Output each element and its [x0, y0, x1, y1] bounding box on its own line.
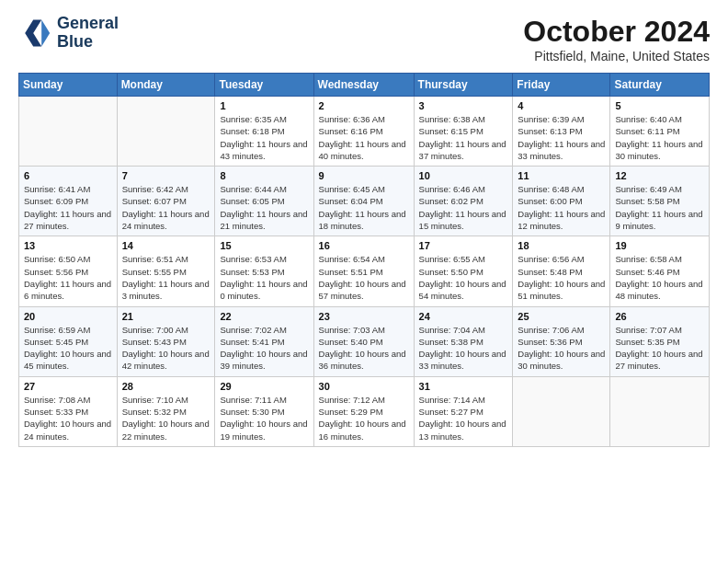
- calendar-cell: 26Sunrise: 7:07 AMSunset: 5:35 PMDayligh…: [610, 306, 710, 376]
- calendar-cell: 15Sunrise: 6:53 AMSunset: 5:53 PMDayligh…: [215, 236, 313, 306]
- calendar-cell: [610, 376, 710, 446]
- calendar-cell: 2Sunrise: 6:36 AMSunset: 6:16 PMDaylight…: [313, 97, 414, 167]
- day-number: 19: [615, 240, 704, 251]
- calendar-table: SundayMondayTuesdayWednesdayThursdayFrid…: [18, 73, 710, 447]
- day-number: 10: [419, 170, 508, 181]
- calendar-header-row: SundayMondayTuesdayWednesdayThursdayFrid…: [19, 74, 710, 97]
- day-info: Sunrise: 6:42 AMSunset: 6:07 PMDaylight:…: [122, 183, 210, 232]
- calendar-day-header: Wednesday: [313, 74, 414, 97]
- title-block: October 2024 Pittsfield, Maine, United S…: [523, 15, 710, 63]
- day-info: Sunrise: 6:58 AMSunset: 5:46 PMDaylight:…: [615, 253, 704, 302]
- day-info: Sunrise: 7:00 AMSunset: 5:43 PMDaylight:…: [122, 324, 210, 373]
- day-number: 7: [122, 170, 210, 181]
- day-number: 27: [24, 381, 112, 392]
- logo-icon: [18, 17, 51, 50]
- calendar-cell: 9Sunrise: 6:45 AMSunset: 6:04 PMDaylight…: [313, 167, 414, 236]
- calendar-week-row: 27Sunrise: 7:08 AMSunset: 5:33 PMDayligh…: [19, 376, 710, 446]
- calendar-week-row: 13Sunrise: 6:50 AMSunset: 5:56 PMDayligh…: [19, 236, 710, 306]
- calendar-cell: 10Sunrise: 6:46 AMSunset: 6:02 PMDayligh…: [414, 167, 513, 236]
- day-number: 29: [220, 381, 308, 392]
- calendar-day-header: Sunday: [19, 74, 118, 97]
- calendar-cell: 30Sunrise: 7:12 AMSunset: 5:29 PMDayligh…: [313, 376, 414, 446]
- day-info: Sunrise: 6:38 AMSunset: 6:15 PMDaylight:…: [419, 113, 508, 162]
- calendar-cell: 3Sunrise: 6:38 AMSunset: 6:15 PMDaylight…: [414, 97, 513, 167]
- day-info: Sunrise: 6:40 AMSunset: 6:11 PMDaylight:…: [615, 113, 704, 162]
- calendar-cell: 22Sunrise: 7:02 AMSunset: 5:41 PMDayligh…: [215, 306, 313, 376]
- day-info: Sunrise: 7:06 AMSunset: 5:36 PMDaylight:…: [518, 324, 605, 373]
- day-info: Sunrise: 6:48 AMSunset: 6:00 PMDaylight:…: [518, 183, 605, 232]
- day-number: 30: [319, 381, 409, 392]
- day-info: Sunrise: 7:03 AMSunset: 5:40 PMDaylight:…: [319, 324, 409, 373]
- calendar-cell: 8Sunrise: 6:44 AMSunset: 6:05 PMDaylight…: [215, 167, 313, 236]
- logo-text: General Blue: [57, 15, 119, 52]
- day-info: Sunrise: 6:46 AMSunset: 6:02 PMDaylight:…: [419, 183, 508, 232]
- day-info: Sunrise: 6:59 AMSunset: 5:45 PMDaylight:…: [24, 324, 112, 373]
- calendar-cell: 27Sunrise: 7:08 AMSunset: 5:33 PMDayligh…: [19, 376, 118, 446]
- calendar-cell: [19, 97, 118, 167]
- header: General Blue October 2024 Pittsfield, Ma…: [18, 15, 710, 63]
- day-number: 26: [615, 311, 704, 322]
- calendar-cell: 21Sunrise: 7:00 AMSunset: 5:43 PMDayligh…: [117, 306, 215, 376]
- day-number: 28: [122, 381, 210, 392]
- day-info: Sunrise: 7:11 AMSunset: 5:30 PMDaylight:…: [220, 394, 308, 442]
- day-info: Sunrise: 6:36 AMSunset: 6:16 PMDaylight:…: [319, 113, 409, 162]
- calendar-cell: 16Sunrise: 6:54 AMSunset: 5:51 PMDayligh…: [313, 236, 414, 306]
- day-info: Sunrise: 7:02 AMSunset: 5:41 PMDaylight:…: [220, 324, 308, 373]
- day-number: 14: [122, 240, 210, 251]
- day-number: 12: [615, 170, 704, 181]
- day-info: Sunrise: 6:35 AMSunset: 6:18 PMDaylight:…: [220, 113, 308, 162]
- day-number: 3: [419, 100, 508, 111]
- day-number: 22: [220, 311, 308, 322]
- calendar-cell: 31Sunrise: 7:14 AMSunset: 5:27 PMDayligh…: [414, 376, 513, 446]
- day-info: Sunrise: 6:45 AMSunset: 6:04 PMDaylight:…: [319, 183, 409, 232]
- day-number: 20: [24, 311, 112, 322]
- calendar-day-header: Monday: [117, 74, 215, 97]
- day-number: 5: [615, 100, 704, 111]
- day-number: 6: [24, 170, 112, 181]
- calendar-cell: 23Sunrise: 7:03 AMSunset: 5:40 PMDayligh…: [313, 306, 414, 376]
- calendar-cell: [117, 97, 215, 167]
- calendar-cell: 7Sunrise: 6:42 AMSunset: 6:07 PMDaylight…: [117, 167, 215, 236]
- logo: General Blue: [18, 15, 119, 52]
- calendar-cell: 12Sunrise: 6:49 AMSunset: 5:58 PMDayligh…: [610, 167, 710, 236]
- day-info: Sunrise: 6:50 AMSunset: 5:56 PMDaylight:…: [24, 253, 112, 302]
- day-number: 31: [419, 381, 508, 392]
- day-number: 15: [220, 240, 308, 251]
- calendar-cell: [513, 376, 610, 446]
- day-number: 1: [220, 100, 308, 111]
- day-info: Sunrise: 7:08 AMSunset: 5:33 PMDaylight:…: [24, 394, 112, 442]
- day-info: Sunrise: 7:07 AMSunset: 5:35 PMDaylight:…: [615, 324, 704, 373]
- calendar-week-row: 1Sunrise: 6:35 AMSunset: 6:18 PMDaylight…: [19, 97, 710, 167]
- calendar-cell: 13Sunrise: 6:50 AMSunset: 5:56 PMDayligh…: [19, 236, 118, 306]
- day-info: Sunrise: 6:39 AMSunset: 6:13 PMDaylight:…: [518, 113, 605, 162]
- day-info: Sunrise: 6:41 AMSunset: 6:09 PMDaylight:…: [24, 183, 112, 232]
- calendar-day-header: Thursday: [414, 74, 513, 97]
- day-info: Sunrise: 7:04 AMSunset: 5:38 PMDaylight:…: [419, 324, 508, 373]
- day-number: 4: [518, 100, 605, 111]
- day-info: Sunrise: 6:44 AMSunset: 6:05 PMDaylight:…: [220, 183, 308, 232]
- day-number: 18: [518, 240, 605, 251]
- day-number: 16: [319, 240, 409, 251]
- calendar-day-header: Tuesday: [215, 74, 313, 97]
- month-title: October 2024: [523, 15, 710, 49]
- day-info: Sunrise: 6:51 AMSunset: 5:55 PMDaylight:…: [122, 253, 210, 302]
- calendar-cell: 14Sunrise: 6:51 AMSunset: 5:55 PMDayligh…: [117, 236, 215, 306]
- calendar-cell: 28Sunrise: 7:10 AMSunset: 5:32 PMDayligh…: [117, 376, 215, 446]
- calendar-cell: 4Sunrise: 6:39 AMSunset: 6:13 PMDaylight…: [513, 97, 610, 167]
- calendar-cell: 20Sunrise: 6:59 AMSunset: 5:45 PMDayligh…: [19, 306, 118, 376]
- calendar-week-row: 6Sunrise: 6:41 AMSunset: 6:09 PMDaylight…: [19, 167, 710, 236]
- calendar-cell: 29Sunrise: 7:11 AMSunset: 5:30 PMDayligh…: [215, 376, 313, 446]
- day-number: 8: [220, 170, 308, 181]
- calendar-cell: 6Sunrise: 6:41 AMSunset: 6:09 PMDaylight…: [19, 167, 118, 236]
- calendar-cell: 24Sunrise: 7:04 AMSunset: 5:38 PMDayligh…: [414, 306, 513, 376]
- day-info: Sunrise: 6:56 AMSunset: 5:48 PMDaylight:…: [518, 253, 605, 302]
- calendar-cell: 18Sunrise: 6:56 AMSunset: 5:48 PMDayligh…: [513, 236, 610, 306]
- calendar-cell: 19Sunrise: 6:58 AMSunset: 5:46 PMDayligh…: [610, 236, 710, 306]
- day-number: 9: [319, 170, 409, 181]
- day-info: Sunrise: 7:12 AMSunset: 5:29 PMDaylight:…: [319, 394, 409, 442]
- calendar-cell: 5Sunrise: 6:40 AMSunset: 6:11 PMDaylight…: [610, 97, 710, 167]
- day-info: Sunrise: 7:14 AMSunset: 5:27 PMDaylight:…: [419, 394, 508, 442]
- calendar-day-header: Saturday: [610, 74, 710, 97]
- day-info: Sunrise: 6:54 AMSunset: 5:51 PMDaylight:…: [319, 253, 409, 302]
- calendar-cell: 25Sunrise: 7:06 AMSunset: 5:36 PMDayligh…: [513, 306, 610, 376]
